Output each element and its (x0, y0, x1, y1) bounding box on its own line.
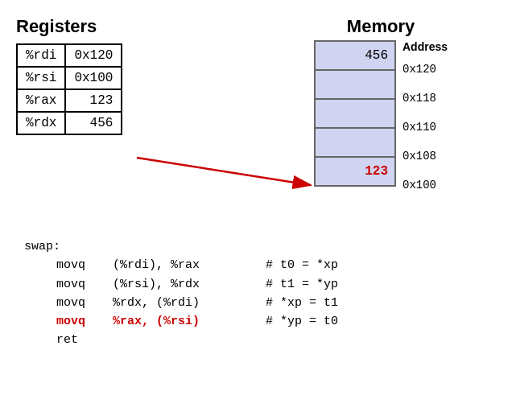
code-line: movq(%rdi), %rax# t0 = *xp (56, 256, 338, 274)
reg-value: 456 (65, 112, 122, 134)
memory-address: 0x110 (402, 113, 448, 142)
code-operands: %rax, (%rsi) (113, 312, 266, 331)
code-section: swap:movq(%rdi), %rax# t0 = *xpmovq(%rsi… (24, 237, 338, 350)
registers-table: %rdi 0x120 %rsi 0x100 %rax 123 %rdx 456 (16, 43, 122, 135)
memory-title: Memory (314, 16, 448, 37)
reg-name: %rdx (17, 112, 65, 134)
reg-value: 0x120 (65, 44, 122, 67)
code-line: swap: (24, 237, 338, 256)
svg-line-1 (137, 158, 311, 185)
memory-address: 0x100 (402, 171, 448, 200)
code-instruction: movq (56, 275, 113, 294)
memory-address: 0x108 (402, 142, 448, 171)
memory-section: Memory 456123 Address 0x1200x1180x1100x1… (314, 16, 448, 200)
memory-addresses: Address 0x1200x1180x1100x1080x100 (402, 40, 448, 200)
memory-address: 0x118 (402, 84, 448, 113)
code-comment: # t1 = *yp (266, 278, 338, 291)
code-operands: %rdx, (%rdi) (113, 294, 266, 312)
memory-cell: 456 (315, 41, 395, 70)
memory-row: 123 (315, 157, 395, 186)
code-instruction: movq (56, 294, 113, 312)
memory-cell (315, 128, 395, 157)
memory-row: 456 (315, 41, 395, 70)
register-row: %rsi 0x100 (17, 67, 122, 89)
code-line: movq(%rsi), %rdx# t1 = *yp (56, 275, 338, 294)
memory-cell: 123 (315, 157, 395, 186)
memory-cell (315, 99, 395, 128)
register-row: %rdx 456 (17, 112, 122, 134)
addr-header: Address (402, 40, 448, 53)
code-instruction: ret (56, 331, 113, 349)
memory-cell (315, 70, 395, 99)
memory-row (315, 99, 395, 128)
registers-title: Registers (16, 16, 122, 37)
code-comment: # t0 = *xp (266, 258, 338, 272)
code-line: movq%rax, (%rsi)# *yp = t0 (56, 312, 338, 331)
code-instruction: movq (56, 256, 113, 274)
register-row: %rdi 0x120 (17, 44, 122, 67)
register-row: %rax 123 (17, 89, 122, 112)
memory-row (315, 128, 395, 157)
reg-name: %rdi (17, 44, 65, 67)
reg-name: %rax (17, 89, 65, 112)
memory-table: 456123 (314, 40, 396, 187)
memory-row (315, 70, 395, 99)
code-operands: (%rsi), %rdx (113, 275, 266, 294)
reg-value: 123 (65, 89, 122, 112)
code-instruction: movq (56, 312, 113, 331)
code-line: ret (56, 331, 338, 349)
memory-address: 0x120 (402, 55, 448, 84)
code-comment: # *xp = t1 (266, 296, 338, 310)
code-label: swap: (24, 240, 60, 253)
code-operands: (%rdi), %rax (113, 256, 266, 274)
registers-section: Registers %rdi 0x120 %rsi 0x100 %rax 123… (16, 16, 122, 135)
reg-value: 0x100 (65, 67, 122, 89)
reg-name: %rsi (17, 67, 65, 89)
code-line: movq%rdx, (%rdi)# *xp = t1 (56, 294, 338, 312)
code-comment: # *yp = t0 (266, 315, 338, 328)
